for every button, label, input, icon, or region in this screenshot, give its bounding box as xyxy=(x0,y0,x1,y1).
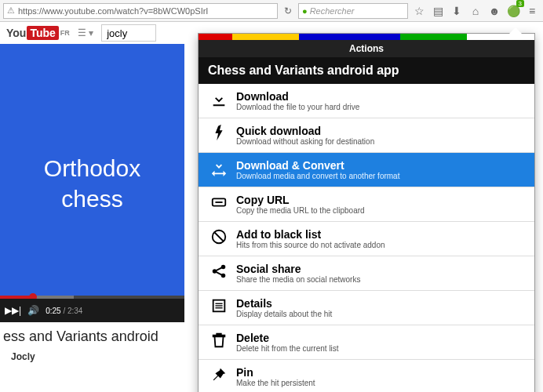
library-icon[interactable]: ▤ xyxy=(430,5,446,17)
action-label: Copy URL xyxy=(236,194,525,206)
details-icon xyxy=(208,297,230,318)
action-blacklist[interactable]: Add to black listHits from this source d… xyxy=(199,222,534,256)
action-label: Add to black list xyxy=(236,228,525,241)
popup-title: Chess and Variants android app xyxy=(199,57,534,84)
link-icon xyxy=(208,194,230,215)
video-title: ess and Variants android xyxy=(3,328,181,345)
actions-popup: Actions Chess and Variants android app D… xyxy=(198,33,535,392)
action-delete[interactable]: DeleteDelete hit from the current list xyxy=(199,325,534,360)
popup-header: Actions xyxy=(199,40,534,57)
pin-icon xyxy=(208,366,230,387)
bolt-download-icon xyxy=(208,125,230,146)
logo-you: You xyxy=(6,27,26,39)
action-sub: Download media and convert to another fo… xyxy=(236,172,525,180)
popup-arrow xyxy=(509,27,522,34)
action-sub: Share the media on social networks xyxy=(236,275,525,284)
url-bar[interactable]: ⚠ https://www.youtube.com/watch?v=8bWCW0… xyxy=(3,3,278,19)
action-pin[interactable]: PinMake the hit persistent xyxy=(199,360,534,392)
svg-line-3 xyxy=(215,233,224,241)
ext-badge: 3 xyxy=(516,0,524,7)
action-label: Delete xyxy=(236,332,525,344)
action-sub: Hits from this source do not activate ad… xyxy=(236,241,525,249)
action-sub: Make the hit persistent xyxy=(236,379,525,387)
video-overlay-text: Orthodox chess xyxy=(44,153,140,214)
svg-rect-1 xyxy=(215,201,222,203)
browser-toolbar: ⚠ https://www.youtube.com/watch?v=8bWCW0… xyxy=(0,0,543,22)
search-placeholder: Rechercher xyxy=(310,6,355,16)
video-player[interactable]: Orthodox chess ▶▶| 🔊 0:25 / 2:34 xyxy=(0,44,184,322)
popup-color-stripe xyxy=(199,34,534,40)
action-sub: Copy the media URL to the clipboard xyxy=(236,206,525,215)
action-sub: Download without asking for destination xyxy=(236,137,525,146)
warning-icon: ⚠ xyxy=(7,5,15,16)
share-icon xyxy=(208,263,230,284)
action-social-share[interactable]: Social shareShare the media on social ne… xyxy=(199,256,534,291)
svg-line-7 xyxy=(216,267,221,270)
browser-search[interactable]: ● Rechercher xyxy=(298,3,408,19)
chat-icon[interactable]: ☻ xyxy=(487,5,502,17)
bookmark-icon[interactable]: ☆ xyxy=(411,5,427,17)
reload-icon[interactable]: ↻ xyxy=(281,5,295,16)
next-icon[interactable]: ▶▶| xyxy=(5,305,21,316)
action-copy-url[interactable]: Copy URLCopy the media URL to the clipbo… xyxy=(199,187,534,222)
overlay-line1: Orthodox xyxy=(44,153,140,183)
action-download-convert[interactable]: Download & ConvertDownload media and con… xyxy=(199,153,534,187)
search-glass-icon: ● xyxy=(302,6,308,16)
guide-menu-icon[interactable]: ☰ ▾ xyxy=(78,27,93,38)
action-label: Social share xyxy=(236,263,525,275)
action-quick-download[interactable]: Quick downloadDownload without asking fo… xyxy=(199,118,534,153)
action-sub: Delete hit from the current list xyxy=(236,344,525,353)
download-arrow-icon[interactable]: ⬇ xyxy=(449,5,465,17)
action-sub: Display details about the hit xyxy=(236,310,525,318)
block-icon xyxy=(208,228,230,249)
time-display: 0:25 / 2:34 xyxy=(46,307,82,315)
channel-name[interactable]: Jocly xyxy=(3,351,181,362)
youtube-logo[interactable]: YouTubeFR xyxy=(6,26,70,40)
action-label: Pin xyxy=(236,366,525,379)
convert-icon xyxy=(208,159,230,180)
logo-tube: Tube xyxy=(27,26,58,40)
svg-line-8 xyxy=(216,272,221,275)
action-label: Download xyxy=(236,90,525,103)
action-details[interactable]: DetailsDisplay details about the hit xyxy=(199,291,534,325)
action-label: Quick download xyxy=(236,125,525,137)
time-current: 0:25 xyxy=(46,307,60,315)
video-controls: ▶▶| 🔊 0:25 / 2:34 xyxy=(0,299,184,322)
below-video: ess and Variants android Jocly xyxy=(0,322,184,368)
time-total: 2:34 xyxy=(67,307,82,315)
extension-icon[interactable]: 🟢3 xyxy=(505,5,521,17)
logo-locale: FR xyxy=(60,29,70,37)
action-sub: Download the file to your hard drive xyxy=(236,103,525,111)
video-column: Orthodox chess ▶▶| 🔊 0:25 / 2:34 ess and… xyxy=(0,44,184,368)
trash-icon xyxy=(208,332,230,353)
volume-icon[interactable]: 🔊 xyxy=(27,305,39,316)
download-icon xyxy=(208,90,230,111)
menu-icon[interactable]: ≡ xyxy=(524,5,540,17)
url-text: https://www.youtube.com/watch?v=8bWCW0pS… xyxy=(18,6,208,16)
youtube-search-input[interactable] xyxy=(101,24,156,42)
action-label: Download & Convert xyxy=(236,159,525,172)
overlay-line2: chess xyxy=(44,183,140,214)
action-download[interactable]: DownloadDownload the file to your hard d… xyxy=(199,84,534,118)
home-icon[interactable]: ⌂ xyxy=(468,5,483,17)
action-label: Details xyxy=(236,297,525,310)
